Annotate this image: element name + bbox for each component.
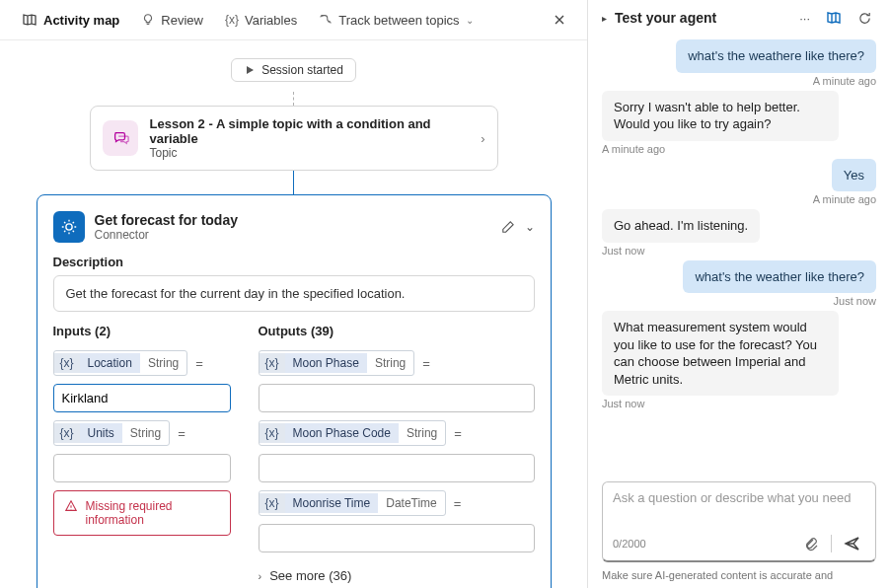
chevron-right-icon: ›	[259, 570, 262, 582]
timestamp: A minute ago	[602, 143, 665, 155]
bubble-text: what's the weathere like there?	[676, 39, 876, 73]
tab-track-between-topics[interactable]: Track between topics ⌄	[311, 9, 481, 32]
composer-input[interactable]	[613, 490, 865, 526]
var-name: Moonrise Time	[285, 493, 379, 513]
timestamp: A minute ago	[813, 193, 876, 205]
variable-chip[interactable]: {x} Moon Phase Code String	[259, 420, 447, 446]
tab-label: Activity map	[43, 13, 119, 28]
play-icon	[244, 64, 256, 76]
chevron-down-icon[interactable]: ⌄	[525, 220, 535, 235]
timestamp: Just now	[602, 245, 644, 257]
var-type: String	[140, 353, 186, 373]
tab-activity-map[interactable]: Activity map	[14, 8, 127, 32]
chevron-right-icon: ›	[481, 131, 484, 146]
tab-review[interactable]: Review	[133, 9, 211, 32]
tab-label: Variables	[245, 13, 297, 28]
output-row: {x} Moonrise Time DateTime =	[259, 490, 535, 516]
output-row: {x} Moon Phase String =	[259, 350, 535, 376]
left-panel: Activity map Review {x} Variables Track …	[0, 0, 588, 588]
var-name: Moon Phase	[285, 353, 367, 373]
test-panel-title: Test your agent	[615, 10, 787, 26]
ai-disclaimer: Make sure AI-generated content is accura…	[588, 568, 890, 588]
chat-message-user: Yes A minute ago	[602, 159, 876, 206]
variable-chip[interactable]: {x} Location String	[53, 350, 188, 376]
tab-label: Review	[161, 13, 203, 28]
input-row: {x} Units String =	[53, 420, 231, 446]
output-value[interactable]	[259, 524, 535, 552]
equals-sign: =	[195, 356, 203, 371]
close-button[interactable]	[546, 10, 573, 30]
variable-chip[interactable]: {x} Units String	[53, 420, 171, 446]
svg-point-0	[65, 224, 71, 230]
equals-sign: =	[454, 496, 462, 511]
canvas[interactable]: Session started Lesson 2 - A simple topi…	[0, 40, 587, 588]
node-title: Get forecast for today	[95, 212, 490, 228]
map-icon[interactable]	[822, 8, 846, 28]
chat-message-user: what's the weather like there? Just now	[602, 260, 876, 308]
var-name: Units	[80, 423, 122, 443]
timestamp: Just now	[602, 398, 644, 409]
chat-message-bot: Sorry I wasn't able to help better. Woul…	[602, 91, 876, 155]
chat-log[interactable]: what's the weathere like there? A minute…	[588, 36, 890, 474]
var-type: String	[367, 353, 413, 373]
bubble-text: What measurement system would you like t…	[602, 311, 839, 396]
bubble-text: Yes	[832, 159, 876, 192]
outputs-column: Outputs (39) {x} Moon Phase String = {x}	[259, 324, 535, 583]
outputs-header: Outputs (39)	[259, 324, 535, 338]
warning-icon	[64, 499, 78, 513]
equals-sign: =	[454, 426, 462, 441]
input-value-units[interactable]	[53, 454, 231, 482]
variable-chip[interactable]: {x} Moon Phase String	[259, 350, 415, 376]
error-text: Missing required information	[86, 499, 220, 527]
more-icon[interactable]: ···	[795, 9, 814, 28]
topic-subtitle: Topic	[150, 146, 470, 160]
input-value-location[interactable]	[53, 384, 231, 412]
var-icon: {x}	[54, 353, 80, 373]
bubble-text: Sorry I wasn't able to help better. Woul…	[602, 91, 839, 141]
route-icon	[319, 13, 333, 27]
lightbulb-icon	[141, 13, 155, 27]
output-value[interactable]	[259, 384, 535, 412]
chat-message-bot: Go ahead. I'm listening. Just now	[602, 209, 876, 257]
edit-icon[interactable]	[500, 220, 515, 235]
equals-sign: =	[422, 356, 430, 371]
see-more-button[interactable]: › See more (36)	[259, 568, 535, 583]
equals-sign: =	[178, 426, 185, 441]
chat-message-bot: What measurement system would you like t…	[602, 311, 876, 409]
var-type: String	[122, 423, 169, 443]
chat-message-user: what's the weathere like there? A minute…	[602, 39, 876, 87]
variable-chip[interactable]: {x} Moonrise Time DateTime	[259, 490, 446, 516]
description-text: Get the forecast for the current day in …	[53, 275, 535, 312]
test-panel: ▸ Test your agent ··· what's the weather…	[588, 0, 890, 588]
var-name: Location	[80, 353, 140, 373]
node-header: Get forecast for today Connector ⌄	[53, 211, 535, 243]
output-value[interactable]	[259, 454, 535, 482]
send-button[interactable]	[840, 533, 865, 554]
session-started-pill: Session started	[231, 58, 356, 82]
braces-icon: {x}	[225, 13, 239, 27]
timestamp: A minute ago	[813, 75, 876, 87]
var-icon: {x}	[260, 493, 285, 513]
see-more-label: See more (36)	[269, 568, 351, 583]
var-type: String	[399, 423, 445, 443]
inputs-header: Inputs (2)	[53, 324, 231, 338]
error-missing-required: Missing required information	[53, 490, 231, 536]
bubble-text: what's the weather like there?	[683, 260, 876, 294]
attach-icon[interactable]	[799, 534, 823, 553]
output-row: {x} Moon Phase Code String =	[259, 420, 535, 446]
var-icon: {x}	[260, 353, 285, 373]
refresh-icon[interactable]	[853, 9, 876, 28]
var-icon: {x}	[54, 423, 80, 443]
var-name: Moon Phase Code	[285, 423, 399, 443]
caret-right-icon[interactable]: ▸	[602, 13, 607, 24]
connector-node[interactable]: Get forecast for today Connector ⌄ Descr…	[37, 194, 552, 588]
chat-icon	[103, 120, 138, 156]
input-row: {x} Location String =	[53, 350, 231, 376]
timestamp: Just now	[834, 295, 876, 307]
test-panel-header: ▸ Test your agent ···	[588, 0, 890, 36]
description-label: Description	[53, 255, 535, 269]
topic-title: Lesson 2 - A simple topic with a conditi…	[150, 116, 470, 146]
tab-variables[interactable]: {x} Variables	[217, 9, 305, 32]
map-icon	[22, 12, 37, 28]
topic-card[interactable]: Lesson 2 - A simple topic with a conditi…	[90, 106, 498, 171]
